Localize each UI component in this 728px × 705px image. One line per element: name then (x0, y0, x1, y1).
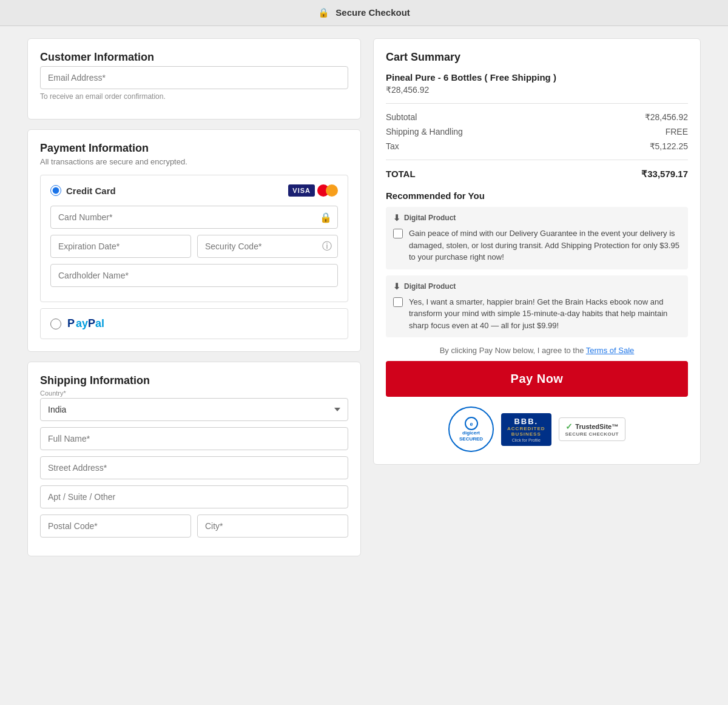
rec-item-2-body: Yes, I want a smarter, happier brain! Ge… (393, 296, 681, 332)
mc-right-circle (326, 184, 338, 197)
rec-item-1-checkbox[interactable] (393, 229, 403, 238)
credit-card-label-group: Credit Card (50, 185, 116, 196)
rec-item-2-header: ⬇ Digital Product (393, 282, 681, 291)
email-field[interactable] (40, 66, 348, 89)
expiry-field[interactable] (50, 235, 191, 258)
credit-card-option: Credit Card VISA 🔒 (40, 175, 348, 302)
svg-text:e: e (470, 421, 473, 427)
shipping-value: FREE (666, 127, 688, 137)
right-column: Cart Summary Pineal Pure - 6 Bottles ( F… (373, 38, 701, 556)
card-number-field[interactable] (50, 206, 338, 229)
divider-1 (386, 103, 688, 104)
info-icon[interactable]: ⓘ (322, 240, 332, 253)
email-form-group: To receive an email order confirmation. (40, 66, 348, 101)
cardholder-group (50, 264, 338, 287)
trustedsite-name: TrustedSite™ (575, 423, 618, 430)
customer-info-title: Customer Information (40, 51, 348, 64)
subtotal-value: ₹28,456.92 (645, 112, 688, 122)
city-field[interactable] (197, 514, 348, 538)
email-hint: To receive an email order confirmation. (40, 92, 348, 101)
recommended-title: Recommended for You (386, 191, 688, 201)
postal-code-field[interactable] (40, 514, 191, 538)
street-address-group (40, 456, 348, 479)
trustedsite-sub: SECURE CHECKOUT (565, 431, 619, 437)
customer-info-card: Customer Information To receive an email… (27, 38, 361, 120)
cart-subtotal-row: Subtotal ₹28,456.92 (386, 112, 688, 122)
payment-info-title: Payment Information (40, 142, 348, 155)
lock-icon: 🔒 (318, 7, 329, 18)
cart-product-name: Pineal Pure - 6 Bottles ( Free Shipping … (386, 72, 688, 83)
apt-suite-group (40, 485, 348, 508)
download-icon-1: ⬇ (393, 213, 400, 223)
payment-info-card: Payment Information All transactions are… (27, 129, 361, 352)
terms-of-sale-link[interactable]: Terms of Sale (586, 346, 634, 355)
left-column: Customer Information To receive an email… (27, 38, 361, 556)
paypal-option[interactable]: P ay P al (40, 308, 348, 339)
digicert-icon: e (465, 417, 478, 430)
city-group (197, 514, 348, 538)
terms-text: By clicking Pay Now below, I agree to th… (386, 346, 688, 355)
pay-now-button[interactable]: Pay Now (386, 361, 688, 397)
rec-item-2-text: Yes, I want a smarter, happier brain! Ge… (409, 296, 681, 332)
payment-subtitle: All transactions are secure and encrypte… (40, 157, 348, 166)
main-layout: Customer Information To receive an email… (18, 26, 710, 568)
apt-suite-field[interactable] (40, 485, 348, 508)
bbb-click: Click for Profile (507, 438, 545, 442)
shipping-label: Shipping & Handling (386, 127, 463, 137)
rec-item-1-header: ⬇ Digital Product (393, 213, 681, 223)
bbb-badge: BBB. ACCREDITEDBUSINESS Click for Profil… (501, 413, 551, 446)
postal-code-group (40, 514, 191, 538)
expiry-group (50, 235, 191, 258)
tax-value: ₹5,122.25 (650, 141, 689, 151)
card-number-group: 🔒 (50, 206, 338, 229)
rec-item-2: ⬇ Digital Product Yes, I want a smarter,… (386, 275, 688, 338)
street-address-field[interactable] (40, 456, 348, 479)
full-name-group (40, 427, 348, 450)
full-name-field[interactable] (40, 427, 348, 450)
country-group: Country* India United States United King… (40, 390, 348, 421)
rec-item-1-text: Gain peace of mind with our Delivery Gua… (409, 228, 681, 263)
country-select[interactable]: India United States United Kingdom Canad… (40, 398, 348, 421)
cart-product-price: ₹28,456.92 (386, 85, 688, 95)
rec-item-2-checkbox[interactable] (393, 297, 403, 307)
paypal-radio[interactable] (50, 319, 61, 329)
paypal-logo: P ay P al (67, 317, 104, 330)
trustedsite-check-icon: ✓ (565, 422, 573, 431)
cart-total-row: TOTAL ₹33,579.17 (386, 169, 688, 180)
cardholder-field[interactable] (50, 264, 338, 287)
credit-card-radio[interactable] (50, 185, 61, 196)
digicert-badge: e digicertSECURED (448, 406, 494, 452)
credit-card-label: Credit Card (66, 186, 116, 196)
download-icon-2: ⬇ (393, 282, 400, 291)
mastercard-logo (317, 184, 338, 197)
rec-item-1: ⬇ Digital Product Gain peace of mind wit… (386, 207, 688, 269)
security-code-group: ⓘ (197, 235, 338, 258)
header-title: Secure Checkout (335, 7, 410, 18)
cart-shipping-row: Shipping & Handling FREE (386, 127, 688, 137)
total-label: TOTAL (386, 169, 416, 180)
card-logos: VISA (288, 184, 338, 197)
shipping-info-title: Shipping Information (40, 374, 348, 387)
total-value: ₹33,579.17 (641, 169, 688, 180)
cart-summary-card: Cart Summary Pineal Pure - 6 Bottles ( F… (373, 38, 701, 465)
rec-item-1-title: Digital Product (404, 214, 456, 222)
cart-title: Cart Summary (386, 51, 688, 64)
digicert-text: digicertSECURED (459, 430, 483, 442)
credit-card-header: Credit Card VISA (50, 184, 338, 197)
shipping-info-card: Shipping Information Country* India Unit… (27, 362, 361, 556)
visa-logo: VISA (288, 184, 315, 197)
trustedsite-badge: ✓ TrustedSite™ SECURE CHECKOUT (559, 417, 625, 441)
bbb-accredited: ACCREDITEDBUSINESS (507, 426, 545, 437)
subtotal-label: Subtotal (386, 112, 417, 122)
trust-badges: e digicertSECURED BBB. ACCREDITEDBUSINES… (386, 406, 688, 452)
lock-field-icon: 🔒 (320, 212, 332, 223)
security-code-field[interactable] (197, 235, 338, 258)
rec-item-2-title: Digital Product (404, 282, 456, 291)
country-label: Country* (40, 390, 348, 397)
divider-2 (386, 160, 688, 160)
rec-item-1-body: Gain peace of mind with our Delivery Gua… (393, 228, 681, 263)
cart-tax-row: Tax ₹5,122.25 (386, 141, 688, 151)
expiry-security-row: ⓘ (50, 235, 338, 264)
bbb-logo: BBB. (507, 417, 545, 426)
tax-label: Tax (386, 141, 399, 151)
